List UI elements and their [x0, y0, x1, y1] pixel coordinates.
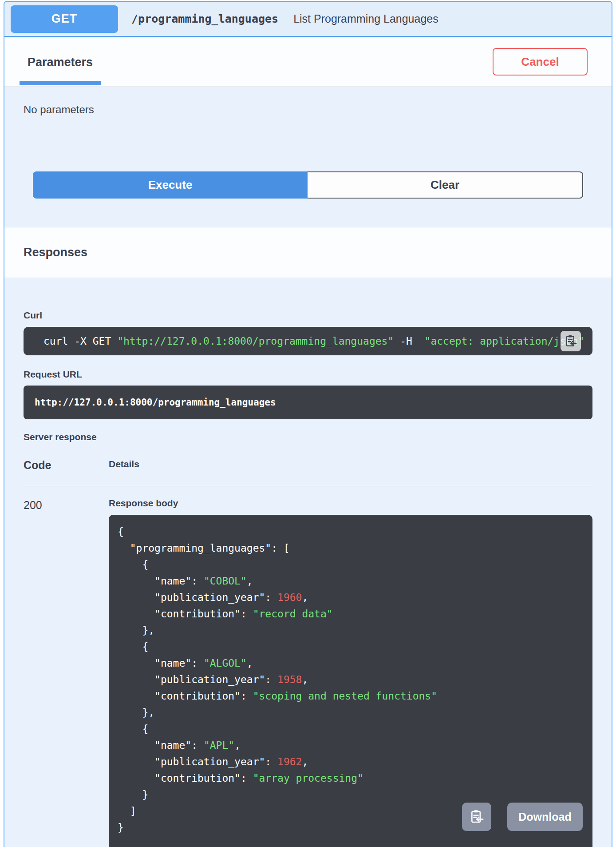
responses-title: Responses: [24, 246, 87, 259]
parameters-tab-label: Parameters: [28, 56, 93, 76]
request-url-label: Request URL: [24, 355, 592, 380]
parameters-body: No parameters Execute Clear: [4, 87, 612, 227]
details-column-header: Details: [109, 459, 139, 472]
parameters-header-band: Parameters Cancel: [4, 37, 612, 87]
request-url-block: http://127.0.0.1:8000/programming_langua…: [24, 386, 592, 419]
copy-curl-button[interactable]: [561, 331, 581, 351]
curl-label: Curl: [24, 278, 592, 321]
http-method-badge: GET: [11, 5, 118, 33]
clipboard-copy-icon: [469, 809, 484, 824]
request-url-value: http://127.0.0.1:8000/programming_langua…: [24, 386, 592, 419]
clear-button[interactable]: Clear: [308, 171, 583, 199]
code-column-header: Code: [24, 459, 109, 472]
clipboard-copy-icon: [564, 334, 577, 348]
curl-command-text: curl -X GET "http://127.0.0.1:8000/progr…: [24, 327, 592, 355]
response-body-label: Response body: [109, 498, 592, 509]
execute-button[interactable]: Execute: [33, 171, 308, 199]
response-body-json: { "programming_languages": [ { "name": "…: [109, 524, 592, 836]
server-response-label: Server response: [24, 419, 592, 442]
cancel-button[interactable]: Cancel: [493, 48, 588, 76]
response-body-block: { "programming_languages": [ { "name": "…: [109, 515, 592, 847]
operation-summary-bar[interactable]: GET /programming_languages List Programm…: [4, 2, 612, 37]
curl-command-block: curl -X GET "http://127.0.0.1:8000/progr…: [24, 327, 592, 355]
execute-row: Execute Clear: [33, 171, 583, 199]
download-button[interactable]: Download: [507, 803, 583, 831]
table-row: 200 Response body { "programming_languag…: [24, 486, 592, 847]
responses-body: Curl curl -X GET "http://127.0.0.1:8000/…: [4, 278, 612, 847]
server-response-table: Code Details 200 Response body { "progra…: [24, 459, 592, 847]
no-parameters-text: No parameters: [24, 87, 592, 116]
details-cell: Response body { "programming_languages":…: [109, 498, 592, 847]
status-code: 200: [24, 498, 109, 847]
responses-header-band: Responses: [4, 227, 612, 278]
table-header-row: Code Details: [24, 459, 592, 486]
operation-panel: GET /programming_languages List Programm…: [4, 1, 612, 847]
copy-response-button[interactable]: [462, 803, 491, 831]
endpoint-summary: List Programming Languages: [293, 12, 438, 25]
endpoint-path: /programming_languages: [131, 12, 278, 25]
tab-parameters[interactable]: Parameters: [20, 50, 101, 85]
